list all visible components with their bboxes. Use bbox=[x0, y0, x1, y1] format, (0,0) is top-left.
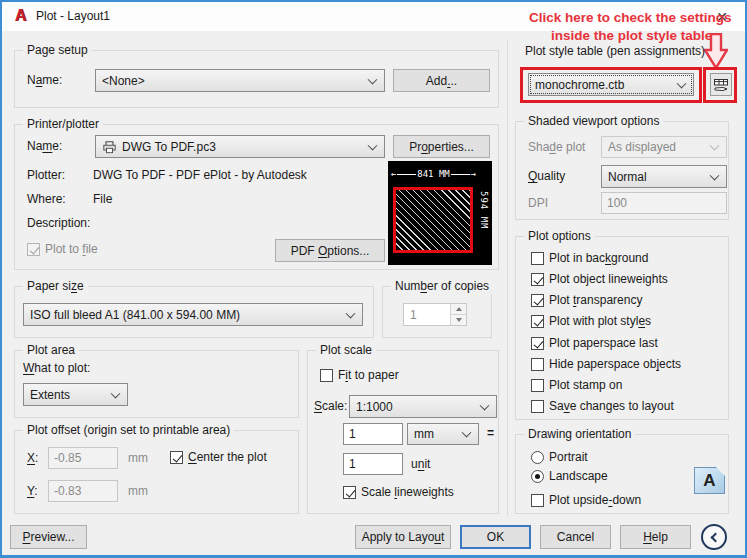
plot-option-row: Plot transparency bbox=[531, 293, 642, 307]
plot-option-row: Plot with plot styles bbox=[531, 314, 651, 328]
unit-label: unit bbox=[411, 457, 430, 472]
help-button[interactable]: Help bbox=[620, 525, 691, 549]
portrait-row: Portrait bbox=[531, 450, 588, 464]
portrait-radio[interactable] bbox=[531, 451, 544, 464]
equals-sign: = bbox=[487, 426, 494, 441]
description-label: Description: bbox=[27, 216, 90, 231]
fit-to-paper-label: Fit to paper bbox=[338, 368, 399, 382]
plot-offset-group-label: Plot offset (origin set to printable are… bbox=[23, 423, 234, 438]
preview-button[interactable]: Preview... bbox=[10, 525, 87, 549]
dpi-label: DPI bbox=[528, 196, 548, 211]
ok-button[interactable]: OK bbox=[460, 525, 531, 549]
properties-button[interactable]: Properties... bbox=[393, 135, 490, 158]
hide-paperspace-objects-checkbox[interactable] bbox=[531, 358, 544, 371]
paper-preview-thumbnail: ← 841 MM → 594 MM bbox=[388, 161, 492, 265]
printer-name-combo[interactable]: DWG To PDF.pc3 bbox=[95, 135, 385, 158]
scale-label: Scale: bbox=[314, 399, 347, 414]
plot-option-row: Plot object lineweights bbox=[531, 272, 668, 286]
column-divider bbox=[507, 40, 508, 516]
chevron-down-icon bbox=[368, 140, 378, 150]
paper-units-combo[interactable]: mm bbox=[407, 423, 479, 445]
spinner-down-icon bbox=[451, 314, 466, 325]
plot-style-table-label: Plot style table (pen assignments) bbox=[525, 44, 705, 59]
copies-group-label: Number of copies bbox=[391, 279, 493, 294]
copies-group: Number of copies 1 bbox=[382, 286, 492, 338]
scale-lineweights-checkbox[interactable] bbox=[343, 486, 356, 499]
center-the-plot-label: Center the plot bbox=[188, 450, 267, 464]
chevron-left-icon bbox=[711, 532, 721, 542]
plot-upside-down-checkbox[interactable] bbox=[531, 494, 544, 507]
add-button[interactable]: Add... bbox=[393, 69, 490, 92]
landscape-radio[interactable] bbox=[531, 470, 544, 483]
page-setup-name-combo[interactable]: <None> bbox=[95, 69, 385, 92]
width-dimension-label: 841 MM bbox=[417, 169, 450, 179]
offset-x-input: -0.85 bbox=[48, 447, 118, 469]
plot-upside-down-row: Plot upside-down bbox=[531, 493, 641, 507]
height-dimension-label: 594 MM bbox=[479, 191, 489, 230]
plot-style-table-value: monochrome.ctb bbox=[535, 78, 624, 92]
portrait-label: Portrait bbox=[549, 450, 588, 464]
plot-scale-group-label: Plot scale bbox=[316, 343, 376, 358]
chevron-down-icon bbox=[480, 400, 490, 410]
less-options-button[interactable] bbox=[701, 524, 727, 550]
landscape-orientation-icon: A bbox=[694, 467, 725, 494]
plot-style-editor-button[interactable] bbox=[710, 73, 732, 96]
pdf-options-button[interactable]: PDF Options... bbox=[275, 239, 385, 262]
scale-lineweights-label: Scale lineweights bbox=[361, 485, 454, 499]
plot-area-group: Plot area What to plot: Extents bbox=[14, 350, 299, 418]
paper-size-combo[interactable]: ISO full bleed A1 (841.00 x 594.00 MM) bbox=[23, 303, 363, 326]
page-setup-group-label: Page setup bbox=[23, 43, 92, 58]
plot-to-file-label: Plot to file bbox=[45, 242, 98, 256]
landscape-label: Landscape bbox=[549, 469, 608, 483]
printer-name-value: DWG To PDF.pc3 bbox=[122, 140, 216, 154]
paper-size-value: ISO full bleed A1 (841.00 x 594.00 MM) bbox=[30, 308, 240, 322]
copies-value: 1 bbox=[404, 304, 450, 325]
offset-x-label: X: bbox=[27, 451, 38, 466]
chevron-down-icon bbox=[710, 170, 720, 180]
plot-options-group-label: Plot options bbox=[524, 229, 595, 244]
paper-area bbox=[393, 187, 473, 253]
copies-spinner: 1 bbox=[403, 303, 467, 326]
plot-paperspace-last-checkbox[interactable] bbox=[531, 337, 544, 350]
page-setup-group: Page setup Name: <None> Add... bbox=[14, 50, 499, 108]
cancel-button[interactable]: Cancel bbox=[540, 525, 611, 549]
plot-option-row: Plot in background bbox=[531, 251, 648, 265]
plot-to-file-checkbox bbox=[27, 243, 40, 256]
fit-to-paper-checkbox[interactable] bbox=[320, 369, 333, 382]
plot-in-background-checkbox[interactable] bbox=[531, 252, 544, 265]
quality-value: Normal bbox=[608, 170, 647, 184]
what-to-plot-label: What to plot: bbox=[23, 361, 90, 376]
plot-transparency-checkbox[interactable] bbox=[531, 294, 544, 307]
paper-size-group: Paper size ISO full bleed A1 (841.00 x 5… bbox=[14, 286, 374, 338]
chevron-down-icon bbox=[368, 74, 378, 84]
what-to-plot-combo[interactable]: Extents bbox=[23, 383, 128, 406]
page-fold-icon bbox=[716, 467, 725, 476]
quality-label: Quality bbox=[528, 169, 565, 184]
window-title: Plot - Layout1 bbox=[36, 9, 110, 23]
plot-object-lineweights-checkbox[interactable] bbox=[531, 273, 544, 286]
drawing-units-input[interactable]: 1 bbox=[343, 453, 403, 475]
center-the-plot-row: Center the plot bbox=[170, 450, 267, 464]
chevron-down-icon bbox=[677, 78, 687, 88]
paper-size-group-label: Paper size bbox=[23, 279, 88, 294]
save-changes-to-layout-checkbox[interactable] bbox=[531, 400, 544, 413]
drawing-orientation-group-label: Drawing orientation bbox=[524, 427, 635, 442]
printer-group-label: Printer/plotter bbox=[23, 117, 103, 132]
plot-to-file-row: Plot to file bbox=[27, 242, 98, 256]
printer-name-label: Name: bbox=[27, 139, 62, 154]
apply-to-layout-button[interactable]: Apply to Layout bbox=[355, 525, 451, 549]
shaded-viewport-group: Shaded viewport options Shade plot As di… bbox=[515, 121, 729, 220]
scale-combo[interactable]: 1:1000 bbox=[349, 395, 497, 418]
plotter-icon bbox=[102, 140, 117, 154]
plot-scale-group: Plot scale Fit to paper Scale: 1:1000 1 … bbox=[307, 350, 499, 514]
plot-area-group-label: Plot area bbox=[23, 343, 79, 358]
paper-units-input[interactable]: 1 bbox=[343, 423, 403, 445]
plot-stamp-on-checkbox[interactable] bbox=[531, 379, 544, 392]
plot-style-table-combo[interactable]: monochrome.ctb bbox=[528, 73, 694, 96]
plotter-value: DWG To PDF - PDF ePlot - by Autodesk bbox=[93, 168, 307, 183]
center-the-plot-checkbox[interactable] bbox=[170, 451, 183, 464]
plot-with-plot-styles-checkbox[interactable] bbox=[531, 315, 544, 328]
drawing-orientation-group: Drawing orientation Portrait Landscape P… bbox=[515, 434, 729, 514]
chevron-down-icon bbox=[346, 308, 356, 318]
quality-combo[interactable]: Normal bbox=[601, 165, 727, 188]
